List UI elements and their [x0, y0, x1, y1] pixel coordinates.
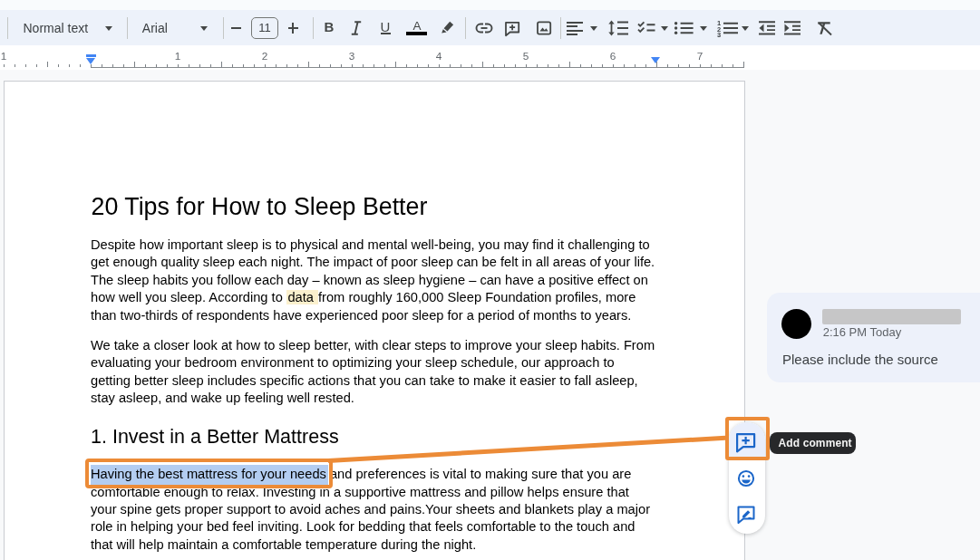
svg-text:3: 3 — [717, 31, 721, 39]
